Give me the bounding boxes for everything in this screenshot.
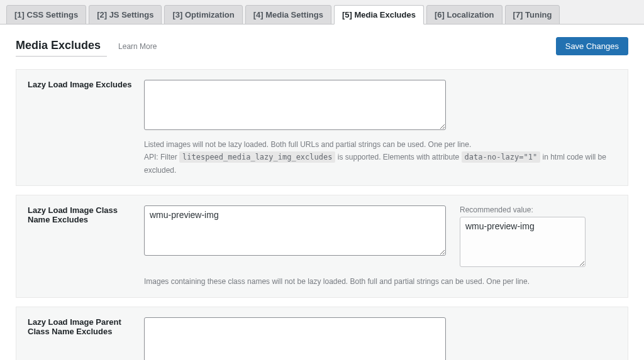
panel-media-excludes: Media Excludes Learn More Save Changes L… — [0, 25, 644, 360]
tab-css-settings[interactable]: [1] CSS Settings — [6, 5, 86, 25]
tab-js-settings[interactable]: [2] JS Settings — [89, 5, 162, 25]
help-line-1: Listed images will not be lazy loaded. B… — [144, 138, 616, 151]
tab-tuning[interactable]: [7] Tuning — [505, 5, 560, 25]
recommended-value-textarea — [460, 217, 586, 267]
api-prefix: API: Filter — [144, 153, 177, 161]
tab-optimization[interactable]: [3] Optimization — [164, 5, 242, 25]
field-lazy-load-image-excludes: Lazy Load Image Excludes Listed images w… — [16, 69, 628, 186]
lazy-load-class-excludes-textarea[interactable] — [144, 205, 446, 256]
header-row: Media Excludes Learn More Save Changes — [16, 37, 628, 57]
field-lazy-load-image-class-name-excludes: Lazy Load Image Class Name Excludes Reco… — [16, 195, 628, 297]
recommended-value-label: Recommended value: — [460, 205, 586, 214]
field-label: Lazy Load Image Excludes — [28, 80, 144, 177]
field-lazy-load-parent-class-excludes: Lazy Load Image Parent Class Name Exclud… — [16, 307, 628, 360]
tab-media-settings[interactable]: [4] Media Settings — [245, 5, 331, 25]
api-mid: is supported. Elements with attribute — [338, 153, 459, 161]
tab-bar: [1] CSS Settings [2] JS Settings [3] Opt… — [0, 0, 644, 25]
page-title: Media Excludes — [16, 39, 107, 57]
field-help: Images containing these class names will… — [144, 275, 616, 288]
field-label: Lazy Load Image Parent Class Name Exclud… — [28, 317, 144, 360]
api-attr-code: data-no-lazy="1" — [462, 151, 541, 163]
lazy-load-parent-class-excludes-textarea[interactable] — [144, 317, 446, 360]
api-filter-code: litespeed_media_lazy_img_excludes — [179, 151, 335, 163]
tab-media-excludes[interactable]: [5] Media Excludes — [334, 5, 424, 25]
help-line-2: API: Filter litespeed_media_lazy_img_exc… — [144, 151, 616, 177]
field-label: Lazy Load Image Class Name Excludes — [28, 205, 144, 288]
lazy-load-image-excludes-textarea[interactable] — [144, 80, 446, 130]
learn-more-link[interactable]: Learn More — [118, 42, 157, 51]
tab-localization[interactable]: [6] Localization — [426, 5, 502, 25]
save-changes-button[interactable]: Save Changes — [556, 37, 628, 55]
field-help: Listed images will not be lazy loaded. B… — [144, 138, 616, 177]
